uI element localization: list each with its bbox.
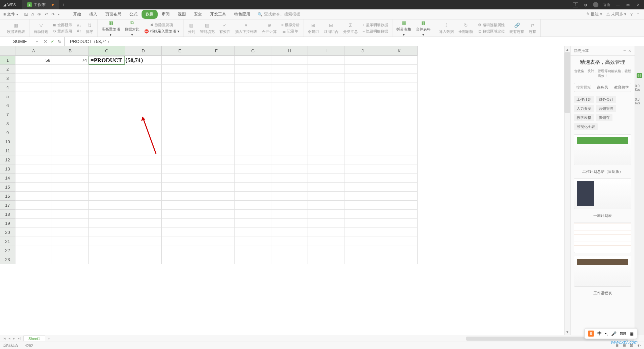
validity-button[interactable]: ✓有效性 <box>218 22 232 34</box>
cell-H5[interactable] <box>271 92 308 101</box>
highlight-dup-button[interactable]: ▦高亮重复项▾ <box>100 19 121 37</box>
cell-G3[interactable] <box>235 74 271 83</box>
row-header[interactable]: 14 <box>0 173 15 183</box>
column-header[interactable]: B <box>52 46 89 56</box>
cell-D13[interactable] <box>125 164 162 173</box>
maximize-button[interactable]: ▭ <box>625 2 631 7</box>
cell-B6[interactable] <box>52 101 89 110</box>
cell-I13[interactable] <box>308 164 344 173</box>
cell-D11[interactable] <box>125 146 162 155</box>
cell-D8[interactable] <box>125 119 162 128</box>
cell-J18[interactable] <box>344 210 381 219</box>
cell-G5[interactable] <box>235 92 271 101</box>
cell-B13[interactable] <box>52 164 89 173</box>
cell-A6[interactable] <box>15 101 52 110</box>
cell-F11[interactable] <box>198 146 235 155</box>
column-header[interactable]: E <box>162 46 198 56</box>
cell-B16[interactable] <box>52 192 89 201</box>
cell-F15[interactable] <box>198 183 235 192</box>
cell-C12[interactable] <box>89 155 125 164</box>
preview-icon[interactable]: 👁 <box>37 12 41 17</box>
cell-A13[interactable] <box>15 164 52 173</box>
document-tab[interactable]: S 工作簿1 <box>22 0 59 9</box>
command-search[interactable]: 🔍 查找命令、搜索模板 <box>258 11 300 17</box>
area-locate-button[interactable]: ⊡数据区域定位 <box>477 28 506 35</box>
help-icon[interactable]: ? <box>630 12 633 17</box>
cell-E13[interactable] <box>162 164 198 173</box>
cell-C11[interactable] <box>89 146 125 155</box>
panel-close-icon[interactable]: ✕ <box>628 49 631 53</box>
save-icon[interactable]: 🖫 <box>24 12 28 17</box>
filter-tab-edu[interactable]: 教育教学 <box>612 83 631 92</box>
cell-G6[interactable] <box>235 101 271 110</box>
cell-J1[interactable] <box>344 56 381 65</box>
ime-toolbar[interactable]: S 中 •, 🎤 ⌨ ▦ www.xz7.com <box>584 328 637 339</box>
scroll-up-icon[interactable]: ▲ <box>565 46 570 52</box>
cell-H21[interactable] <box>271 237 308 246</box>
cell-D18[interactable] <box>125 210 162 219</box>
cell-D6[interactable] <box>125 101 162 110</box>
hide-detail-button[interactable]: −隐藏明细数据 <box>361 28 389 35</box>
cell-D23[interactable] <box>125 255 162 264</box>
avatar-icon[interactable] <box>593 2 598 7</box>
next-sheet-icon[interactable]: ▸ <box>13 336 15 341</box>
cell-I22[interactable] <box>308 246 344 255</box>
cell-E5[interactable] <box>162 92 198 101</box>
cell-B11[interactable] <box>52 146 89 155</box>
cell-K23[interactable] <box>381 255 418 264</box>
cat-item[interactable]: 工作计划 <box>574 96 594 103</box>
tab-review[interactable]: 审阅 <box>158 10 174 19</box>
cell-J22[interactable] <box>344 246 381 255</box>
cell-H16[interactable] <box>271 192 308 201</box>
row-header[interactable]: 19 <box>0 219 15 228</box>
print-icon[interactable]: ⎙ <box>32 12 34 17</box>
cell-J15[interactable] <box>344 183 381 192</box>
smart-fill-button[interactable]: ▤智能填充 <box>199 22 216 34</box>
column-header[interactable]: H <box>271 46 308 56</box>
template-item[interactable] <box>574 178 631 209</box>
cell-F21[interactable] <box>198 237 235 246</box>
cell-K18[interactable] <box>381 210 418 219</box>
cell-I17[interactable] <box>308 201 344 210</box>
cell-C6[interactable] <box>89 101 125 110</box>
show-all-button[interactable]: ⊞全部显示 <box>52 22 73 28</box>
cell-D12[interactable] <box>125 155 162 164</box>
cell-F7[interactable] <box>198 110 235 119</box>
cell-C23[interactable] <box>89 255 125 264</box>
cell-B7[interactable] <box>52 110 89 119</box>
cell-E14[interactable] <box>162 173 198 183</box>
cell-A14[interactable] <box>15 173 52 183</box>
cell-E7[interactable] <box>162 110 198 119</box>
cell-J8[interactable] <box>344 119 381 128</box>
sim-analysis-button[interactable]: ≈模拟分析 <box>280 22 301 28</box>
cell-A16[interactable] <box>15 192 52 201</box>
cell-A2[interactable] <box>15 65 52 74</box>
split-table-button[interactable]: ▦拆分表格▾ <box>395 19 413 37</box>
cell-A21[interactable] <box>15 237 52 246</box>
sheet-tab[interactable]: Sheet1 <box>23 336 45 341</box>
cell-K4[interactable] <box>381 83 418 92</box>
cell-H11[interactable] <box>271 146 308 155</box>
cell-B17[interactable] <box>52 201 89 210</box>
cell-G9[interactable] <box>235 128 271 137</box>
cell-D5[interactable] <box>125 92 162 101</box>
cell-K22[interactable] <box>381 246 418 255</box>
row-header[interactable]: 20 <box>0 228 15 237</box>
score-badge[interactable]: 66 <box>637 73 642 78</box>
cell-F14[interactable] <box>198 173 235 183</box>
cell-K15[interactable] <box>381 183 418 192</box>
cell-K20[interactable] <box>381 228 418 237</box>
row-header[interactable]: 4 <box>0 83 15 92</box>
cell-G15[interactable] <box>235 183 271 192</box>
cell-A17[interactable] <box>15 201 52 210</box>
cell-I12[interactable] <box>308 155 344 164</box>
create-group-button[interactable]: ⊞创建组 <box>307 22 320 34</box>
cat-item[interactable]: 教学表格 <box>574 114 594 121</box>
cell-K10[interactable] <box>381 137 418 146</box>
cell-F3[interactable] <box>198 74 235 83</box>
row-header[interactable]: 23 <box>0 255 15 264</box>
cell-C19[interactable] <box>89 219 125 228</box>
template-item[interactable] <box>574 222 631 253</box>
import-data-button[interactable]: ⇩导入数据 <box>438 22 455 34</box>
cell-I10[interactable] <box>308 137 344 146</box>
